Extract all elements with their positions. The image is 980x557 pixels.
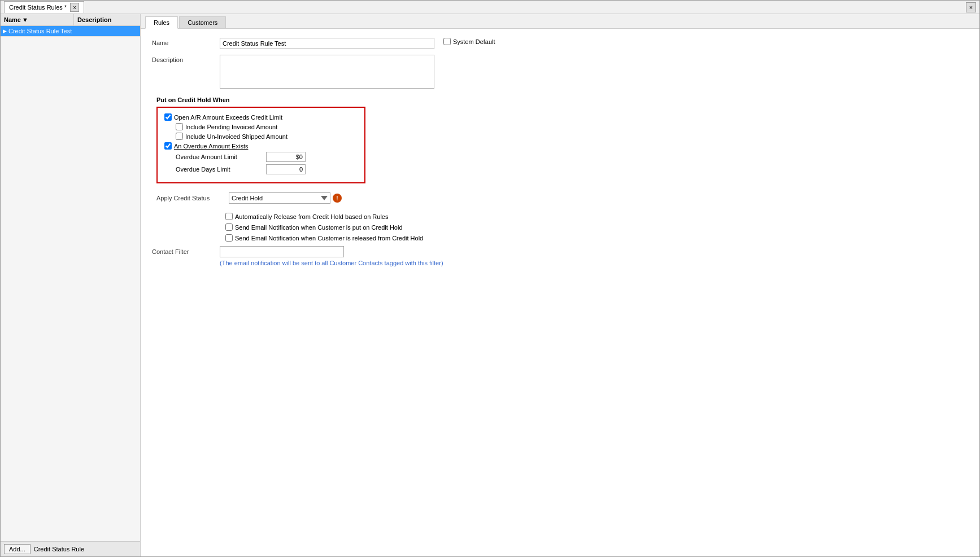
description-row: Description	[152, 55, 968, 90]
open-ar-row: Open A/R Amount Exceeds Credit Limit	[164, 113, 358, 121]
open-ar-label: Open A/R Amount Exceeds Credit Limit	[174, 114, 282, 121]
overdue-days-label: Overdue Days Limit	[176, 166, 266, 173]
left-panel: Name ▼ Description ▶ Credit Status Rule …	[1, 14, 141, 556]
include-uninvoiced-label: Include Un-Invoiced Shipped Amount	[185, 133, 288, 140]
title-tab[interactable]: Credit Status Rules * ×	[4, 1, 84, 13]
system-default-row: System Default	[443, 38, 495, 45]
tab-customers[interactable]: Customers	[179, 16, 226, 28]
name-row: Name System Default	[152, 38, 968, 49]
auto-release-label: Automatically Release from Credit Hold b…	[235, 213, 388, 220]
main-content: Name ▼ Description ▶ Credit Status Rule …	[1, 14, 979, 556]
list-header: Name ▼ Description	[1, 14, 140, 26]
email-notifications-section: Automatically Release from Credit Hold b…	[225, 213, 968, 242]
open-ar-checkbox[interactable]	[164, 113, 172, 121]
title-tab-label: Credit Status Rules *	[9, 4, 67, 11]
include-uninvoiced-row: Include Un-Invoiced Shipped Amount	[176, 133, 358, 140]
apply-credit-label: Apply Credit Status	[156, 195, 224, 201]
email-released-label: Send Email Notification when Customer is…	[235, 235, 423, 242]
window-close-icon: ×	[969, 4, 973, 11]
system-default-label: System Default	[453, 38, 495, 45]
overdue-days-row: Overdue Days Limit	[176, 164, 358, 174]
email-put-on-row: Send Email Notification when Customer is…	[225, 223, 968, 231]
description-label: Description	[152, 55, 220, 63]
apply-credit-select[interactable]: Credit Hold Credit Warning No Credit	[229, 192, 330, 204]
email-put-on-checkbox[interactable]	[225, 223, 233, 231]
col-description-header[interactable]: Description	[74, 14, 140, 25]
overdue-exists-row: An Overdue Amount Exists	[164, 142, 358, 150]
auto-release-row: Automatically Release from Credit Hold b…	[225, 213, 968, 220]
include-pending-checkbox[interactable]	[176, 123, 183, 130]
title-tab-close-button[interactable]: ×	[70, 3, 79, 12]
credit-hold-box: Open A/R Amount Exceeds Credit Limit Inc…	[156, 107, 365, 183]
overdue-days-input[interactable]	[266, 164, 306, 174]
col-name-header[interactable]: Name ▼	[1, 14, 74, 25]
close-icon: ×	[73, 5, 76, 11]
credit-hold-section: Put on Credit Hold When Open A/R Amount …	[156, 97, 968, 183]
email-put-on-label: Send Email Notification when Customer is…	[235, 224, 403, 231]
overdue-amount-input[interactable]	[266, 152, 306, 162]
form-area: Name System Default Description	[141, 29, 979, 556]
contact-filter-section: Contact Filter (The email notification w…	[152, 246, 968, 266]
title-bar-left: Credit Status Rules * ×	[4, 1, 84, 13]
window-close-button[interactable]: ×	[966, 2, 976, 12]
list-footer: Add... Credit Status Rule	[1, 541, 140, 556]
contact-filter-row: Contact Filter	[152, 246, 968, 257]
credit-hold-section-title: Put on Credit Hold When	[156, 97, 968, 103]
include-pending-label: Include Pending Invoiced Amount	[185, 124, 277, 130]
email-released-row: Send Email Notification when Customer is…	[225, 234, 968, 242]
system-default-checkbox[interactable]	[443, 38, 451, 45]
title-bar: Credit Status Rules * × ×	[1, 1, 979, 14]
main-window: Credit Status Rules * × × Name ▼ Descrip…	[0, 0, 980, 557]
name-label: Name	[152, 38, 220, 46]
overdue-exists-checkbox[interactable]	[164, 142, 172, 150]
tab-rules[interactable]: Rules	[145, 16, 178, 29]
email-released-checkbox[interactable]	[225, 234, 233, 242]
add-type-label: Credit Status Rule	[34, 546, 84, 552]
overdue-amount-label: Overdue Amount Limit	[176, 153, 266, 160]
info-icon[interactable]: !	[333, 194, 342, 203]
auto-release-checkbox[interactable]	[225, 213, 233, 220]
overdue-exists-label: An Overdue Amount Exists	[174, 143, 248, 150]
contact-filter-input[interactable]	[220, 246, 344, 257]
overdue-amount-row: Overdue Amount Limit	[176, 152, 358, 162]
description-textarea[interactable]	[220, 55, 434, 89]
row-arrow-icon: ▶	[3, 28, 8, 34]
select-wrapper: Credit Hold Credit Warning No Credit !	[229, 192, 342, 204]
tabs-bar: Rules Customers	[141, 14, 979, 29]
include-uninvoiced-checkbox[interactable]	[176, 133, 183, 140]
list-item[interactable]: ▶ Credit Status Rule Test	[1, 26, 140, 37]
apply-credit-row: Apply Credit Status Credit Hold Credit W…	[156, 192, 968, 204]
contact-filter-hint: (The email notification will be sent to …	[220, 260, 968, 266]
sort-icon: ▼	[22, 16, 28, 23]
contact-filter-label: Contact Filter	[152, 248, 220, 255]
right-panel: Rules Customers Name System Default	[141, 14, 979, 556]
name-control	[220, 38, 434, 49]
list-body: ▶ Credit Status Rule Test	[1, 26, 140, 541]
description-control	[220, 55, 434, 90]
list-item-name: Credit Status Rule Test	[8, 28, 72, 34]
include-pending-row: Include Pending Invoiced Amount	[176, 123, 358, 130]
add-button[interactable]: Add...	[4, 544, 31, 554]
name-input[interactable]	[220, 38, 434, 49]
